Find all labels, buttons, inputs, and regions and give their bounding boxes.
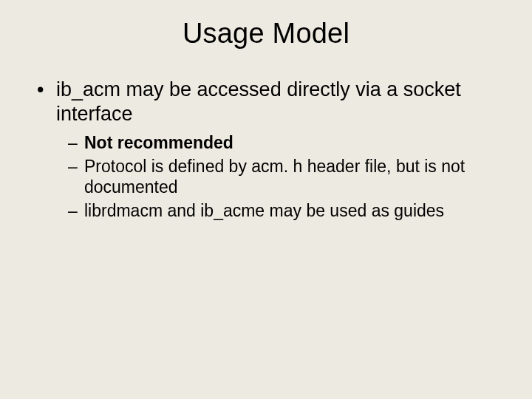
slide-title: Usage Model: [30, 18, 502, 50]
bullet-text: ib_acm may be accessed directly via a so…: [56, 78, 461, 125]
sub-bullet-text: Protocol is defined by acm. h header fil…: [84, 157, 465, 197]
sub-bullet-item: Protocol is defined by acm. h header fil…: [68, 156, 502, 197]
sub-bullet-item: librdmacm and ib_acme may be used as gui…: [68, 200, 502, 221]
slide: Usage Model ib_acm may be accessed direc…: [0, 0, 532, 399]
sub-bullet-item: Not recommended: [68, 132, 502, 153]
sub-bullet-text: Not recommended: [84, 133, 233, 152]
sub-bullet-text: librdmacm and ib_acme may be used as gui…: [84, 201, 444, 220]
bullet-item: ib_acm may be accessed directly via a so…: [37, 78, 502, 221]
bullet-list-level1: ib_acm may be accessed directly via a so…: [37, 78, 502, 221]
bullet-list-level2: Not recommended Protocol is defined by a…: [68, 132, 502, 221]
